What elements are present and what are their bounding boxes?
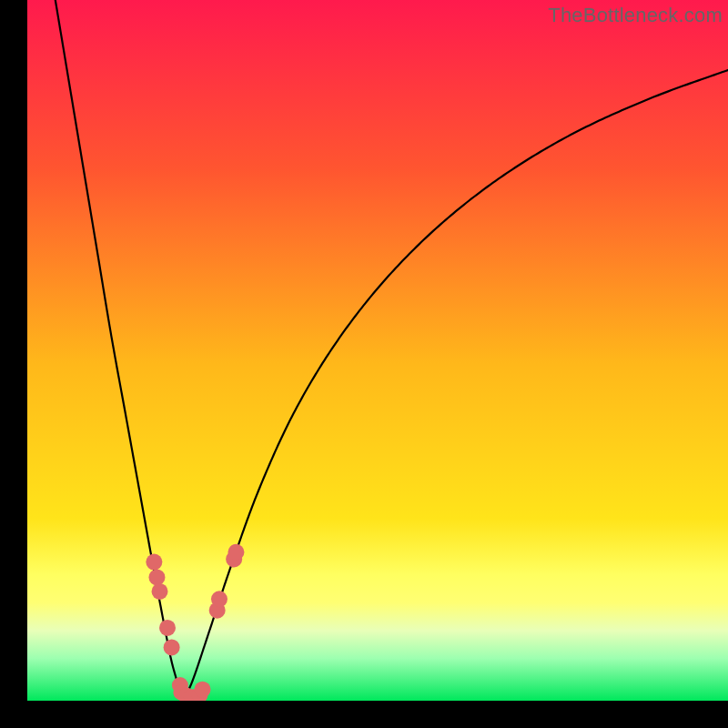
data-marker xyxy=(148,569,165,585)
data-marker xyxy=(146,554,162,571)
chart-frame: TheBottleneck.com xyxy=(27,0,728,701)
data-marker xyxy=(164,639,180,655)
gradient-background xyxy=(27,0,728,701)
data-marker xyxy=(152,583,168,600)
data-marker xyxy=(211,591,228,607)
data-marker xyxy=(195,682,211,698)
data-marker xyxy=(159,620,176,636)
watermark-text: TheBottleneck.com xyxy=(548,4,723,27)
chart-canvas xyxy=(27,0,728,701)
data-marker xyxy=(228,544,244,561)
